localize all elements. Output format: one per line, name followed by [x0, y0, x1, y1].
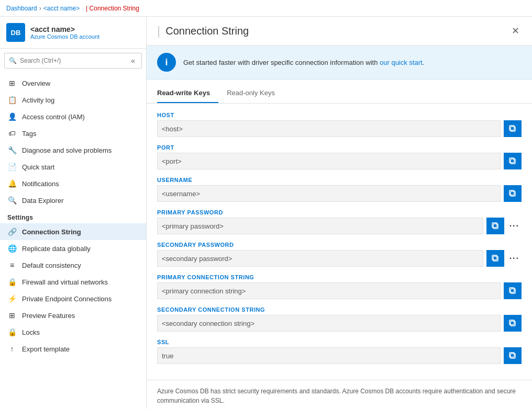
host-row — [157, 120, 522, 137]
info-icon: i — [157, 53, 176, 72]
secondary-connection-string-copy-button[interactable] — [504, 315, 522, 332]
locks-icon: 🔒 — [7, 327, 17, 337]
sidebar: DB <acct name> Azure Cosmos DB account 🔍… — [0, 17, 147, 409]
search-input[interactable] — [20, 57, 126, 64]
info-banner: i Get started faster with driver specifi… — [147, 46, 532, 79]
sidebar-item-firewall[interactable]: 🔒 Firewall and virtual networks — [0, 274, 146, 290]
content-header: | Connection String ✕ — [147, 17, 532, 46]
host-copy-button[interactable] — [504, 120, 522, 137]
primary-password-label: PRIMARY PASSWORD — [157, 209, 522, 215]
overview-icon: ⊞ — [7, 78, 17, 88]
sidebar-item-label: Private Endpoint Connections — [22, 295, 112, 303]
tabs-bar: Read-write Keys Read-only Keys — [147, 84, 532, 104]
ssl-input[interactable] — [157, 347, 501, 364]
breadcrumb-dashboard[interactable]: Dashboard — [6, 5, 37, 12]
diagnose-icon: 🔧 — [7, 145, 17, 155]
primary-connection-string-copy-button[interactable] — [504, 282, 522, 299]
close-button[interactable]: ✕ — [509, 23, 522, 39]
footer-text: Azure Cosmos DB has strict security requ… — [147, 380, 532, 409]
secondary-password-copy-button[interactable] — [486, 250, 504, 267]
sidebar-account-info: <acct name> Azure Cosmos DB account — [30, 25, 140, 40]
field-port: PORT — [157, 144, 522, 169]
sidebar-item-connection-string[interactable]: 🔗 Connection String — [0, 223, 146, 240]
host-input[interactable] — [157, 120, 501, 137]
secondary-connection-string-label: SECONDARY CONNECTION STRING — [157, 306, 522, 313]
settings-section-label: Settings — [0, 209, 146, 223]
sidebar-item-quick-start[interactable]: 📄 Quick start — [0, 158, 146, 175]
field-host: HOST — [157, 112, 522, 137]
notifications-icon: 🔔 — [7, 179, 17, 188]
db-icon: DB — [6, 23, 25, 42]
port-copy-button[interactable] — [504, 153, 522, 169]
sidebar-item-tags[interactable]: 🏷 Tags — [0, 125, 146, 142]
search-box[interactable]: 🔍 « — [4, 53, 142, 69]
field-secondary-connection-string: SECONDARY CONNECTION STRING — [157, 306, 522, 332]
field-ssl: SSL — [157, 339, 522, 364]
title-separator: | — [157, 24, 160, 38]
sidebar-item-diagnose[interactable]: 🔧 Diagnose and solve problems — [0, 142, 146, 158]
sidebar-item-label: Connection String — [22, 228, 81, 236]
search-icon: 🔍 — [9, 57, 17, 64]
page-title: Connection String — [165, 25, 509, 37]
consistency-icon: ≡ — [7, 260, 17, 270]
sidebar-item-private-endpoint[interactable]: ⚡ Private Endpoint Connections — [0, 290, 146, 307]
username-row — [157, 185, 522, 202]
private-endpoint-icon: ⚡ — [7, 294, 17, 303]
sidebar-item-activity-log[interactable]: 📋 Activity log — [0, 92, 146, 108]
collapse-button[interactable]: « — [129, 55, 137, 66]
sidebar-item-replicate-data[interactable]: 🌐 Replicate data globally — [0, 240, 146, 257]
sidebar-item-default-consistency[interactable]: ≡ Default consistency — [0, 257, 146, 274]
ssl-label: SSL — [157, 339, 522, 345]
tab-read-write[interactable]: Read-write Keys — [157, 84, 218, 103]
sidebar-item-overview[interactable]: ⊞ Overview — [0, 75, 146, 92]
sidebar-item-export-template[interactable]: ↑ Export template — [0, 340, 146, 357]
sidebar-item-access-control[interactable]: 👤 Access control (IAM) — [0, 108, 146, 125]
sidebar-item-label: Replicate data globally — [22, 245, 91, 253]
primary-connection-string-input[interactable] — [157, 282, 501, 299]
breadcrumb: Dashboard › <acct name> | Connection Str… — [0, 0, 532, 17]
primary-password-copy-button[interactable] — [486, 218, 504, 234]
host-label: HOST — [157, 112, 522, 118]
field-secondary-password: SECONDARY PASSWORD ··· — [157, 242, 522, 267]
username-input[interactable] — [157, 185, 501, 202]
secondary-connection-string-input[interactable] — [157, 315, 501, 332]
secondary-password-row: ··· — [157, 250, 522, 267]
sidebar-item-locks[interactable]: 🔒 Locks — [0, 324, 146, 340]
quick-start-link[interactable]: our quick start — [380, 59, 423, 66]
sidebar-header: DB <acct name> Azure Cosmos DB account — [0, 17, 146, 49]
secondary-password-more-button[interactable]: ··· — [507, 254, 522, 263]
field-primary-password: PRIMARY PASSWORD ··· — [157, 209, 522, 234]
sidebar-item-label: Data Explorer — [22, 197, 63, 204]
primary-connection-string-row — [157, 282, 522, 299]
access-control-icon: 👤 — [7, 112, 17, 121]
ssl-copy-button[interactable] — [504, 347, 522, 364]
breadcrumb-account[interactable]: <acct name> — [43, 5, 80, 12]
breadcrumb-current: | Connection String — [86, 5, 139, 12]
sidebar-item-data-explorer[interactable]: 🔍 Data Explorer — [0, 192, 146, 209]
secondary-password-input[interactable] — [157, 250, 483, 267]
tab-read-only[interactable]: Read-only Keys — [227, 84, 283, 103]
primary-connection-string-label: PRIMARY CONNECTION STRING — [157, 274, 522, 280]
preview-features-icon: ⊞ — [7, 311, 17, 320]
sidebar-nav: ⊞ Overview 📋 Activity log 👤 Access contr… — [0, 73, 146, 359]
sidebar-item-label: Notifications — [22, 180, 59, 188]
connection-string-icon: 🔗 — [7, 227, 17, 236]
sidebar-item-label: Preview Features — [22, 312, 75, 320]
quick-start-icon: 📄 — [7, 162, 17, 172]
primary-password-row: ··· — [157, 218, 522, 234]
username-copy-button[interactable] — [504, 185, 522, 202]
port-input[interactable] — [157, 153, 501, 169]
field-primary-connection-string: PRIMARY CONNECTION STRING — [157, 274, 522, 299]
content-area: | Connection String ✕ i Get started fast… — [147, 17, 532, 409]
sidebar-item-label: Diagnose and solve problems — [22, 146, 112, 154]
sidebar-item-preview-features[interactable]: ⊞ Preview Features — [0, 307, 146, 324]
sidebar-item-label: Overview — [22, 79, 50, 87]
secondary-password-label: SECONDARY PASSWORD — [157, 242, 522, 248]
breadcrumb-sep1: › — [39, 5, 41, 12]
port-row — [157, 153, 522, 169]
primary-password-input[interactable] — [157, 218, 483, 234]
sidebar-item-label: Firewall and virtual networks — [22, 278, 108, 286]
primary-password-more-button[interactable]: ··· — [507, 221, 522, 231]
sidebar-item-notifications[interactable]: 🔔 Notifications — [0, 175, 146, 192]
activity-log-icon: 📋 — [7, 95, 17, 105]
